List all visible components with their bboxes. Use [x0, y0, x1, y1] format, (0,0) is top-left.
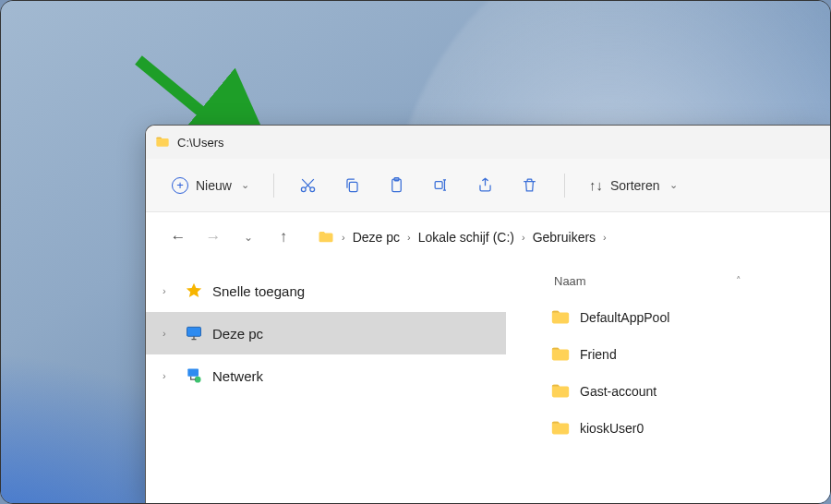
column-header-row[interactable]: Naam ˄ — [523, 262, 815, 299]
sort-icon: ↑↓ — [589, 177, 603, 193]
navigation-bar: ← → ⌄ ↑ › Deze pc › Lokale schijf (C:) ›… — [146, 212, 831, 262]
window-title: C:\Users — [177, 136, 224, 150]
new-label: Nieuw — [196, 178, 232, 193]
sidebar-item-netwerk[interactable]: ›Netwerk — [146, 354, 506, 397]
folder-name: DefaultAppPool — [580, 310, 669, 325]
paste-button[interactable] — [378, 166, 416, 205]
sidebar-item-label: Deze pc — [212, 326, 263, 342]
back-button[interactable]: ← — [163, 222, 194, 253]
breadcrumb-item[interactable]: Gebruikers — [533, 230, 596, 245]
new-button[interactable]: + Nieuw ⌄ — [163, 172, 259, 199]
toolbar-divider — [564, 174, 565, 198]
cut-button[interactable] — [289, 166, 328, 205]
command-toolbar: + Nieuw ⌄ ↑↓ Sorteren ⌄ — [146, 159, 831, 212]
sidebar-item-snelle-toegang[interactable]: ›Snelle toegang — [146, 270, 506, 312]
chevron-right-icon: › — [342, 232, 345, 243]
breadcrumb-item[interactable]: Deze pc — [353, 230, 400, 245]
column-name[interactable]: Naam — [554, 274, 736, 288]
svg-point-10 — [195, 377, 201, 383]
star-icon — [185, 282, 203, 300]
svg-rect-3 — [350, 182, 358, 191]
sort-label: Sorteren — [610, 178, 660, 193]
toolbar-divider — [273, 174, 274, 198]
chevron-right-icon: › — [522, 232, 525, 243]
sort-indicator-icon: ˄ — [736, 275, 741, 287]
chevron-right-icon: › — [163, 328, 175, 339]
monitor-icon — [185, 324, 203, 342]
forward-button[interactable]: → — [198, 222, 229, 253]
svg-point-2 — [310, 187, 315, 192]
folder-row[interactable]: Gast-account — [523, 373, 815, 410]
svg-rect-9 — [187, 369, 199, 377]
svg-rect-6 — [436, 182, 443, 189]
breadcrumb[interactable]: › Deze pc › Lokale schijf (C:) › Gebruik… — [318, 229, 607, 246]
svg-rect-7 — [187, 327, 201, 336]
folder-row[interactable]: Friend — [523, 336, 815, 373]
sort-button[interactable]: ↑↓ Sorteren ⌄ — [580, 172, 687, 198]
folder-icon — [550, 418, 571, 438]
folder-icon — [550, 381, 571, 402]
folder-icon — [155, 135, 170, 150]
svg-point-1 — [302, 187, 307, 192]
folder-icon — [550, 307, 571, 328]
chevron-right-icon: › — [163, 285, 175, 296]
rename-button[interactable] — [422, 166, 461, 205]
titlebar[interactable]: C:\Users — [146, 126, 831, 159]
share-button[interactable] — [466, 166, 505, 205]
chevron-right-icon: › — [603, 232, 607, 243]
folder-row[interactable]: kioskUser0 — [523, 410, 815, 447]
content-area: ›Snelle toegang›Deze pc›Netwerk Naam ˄ D… — [146, 262, 831, 504]
plus-icon: + — [172, 177, 188, 194]
folder-name: Friend — [580, 347, 617, 362]
sidebar-item-label: Snelle toegang — [212, 283, 305, 299]
file-list: Naam ˄ DefaultAppPoolFriendGast-accountk… — [506, 262, 831, 504]
folder-name: Gast-account — [580, 384, 656, 399]
folder-icon — [550, 344, 571, 365]
folder-name: kioskUser0 — [580, 421, 644, 436]
recent-button[interactable]: ⌄ — [233, 222, 264, 253]
folder-icon — [318, 229, 334, 246]
folder-row[interactable]: DefaultAppPool — [523, 299, 815, 336]
delete-button[interactable] — [511, 166, 549, 205]
network-icon — [185, 366, 203, 385]
breadcrumb-item[interactable]: Lokale schijf (C:) — [418, 230, 514, 245]
navigation-pane: ›Snelle toegang›Deze pc›Netwerk — [146, 262, 506, 504]
chevron-down-icon: ⌄ — [669, 179, 678, 191]
chevron-down-icon: ⌄ — [241, 179, 249, 191]
sidebar-item-label: Netwerk — [212, 368, 263, 384]
chevron-right-icon: › — [407, 232, 411, 243]
file-explorer-window: C:\Users + Nieuw ⌄ ↑↓ Sorteren ⌄ ← → ⌄ ↑ — [145, 125, 831, 504]
sidebar-item-deze-pc[interactable]: ›Deze pc — [146, 312, 506, 354]
chevron-right-icon: › — [163, 370, 175, 381]
copy-button[interactable] — [333, 166, 372, 205]
up-button[interactable]: ↑ — [268, 222, 299, 253]
